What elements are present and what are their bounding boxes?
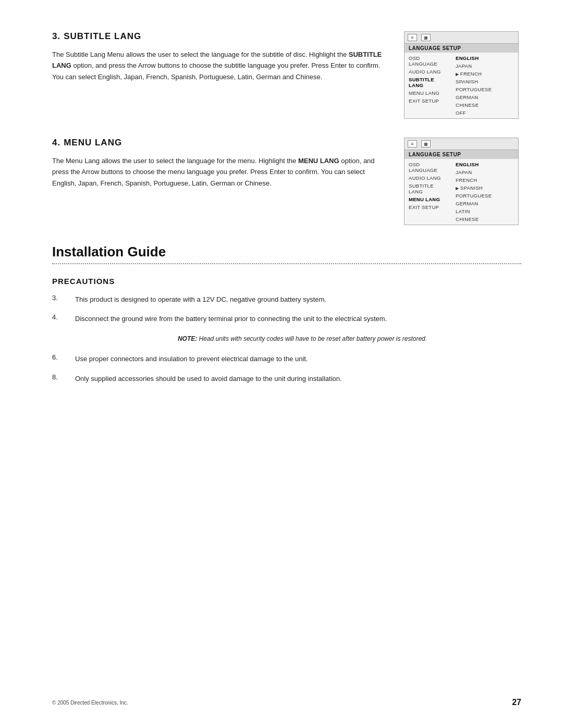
subtitle-lang-text-block: 3.SUBTITLE LANG The Subtitle Lang Menu a… [52,31,386,119]
menu-lang-text-block: 4.MENU LANG The Menu Lang allows the use… [52,138,386,225]
footer-page-number: 27 [512,698,521,707]
menu-right-item-6: CHINESE [451,101,518,109]
menu-lang-right-item-1: JAPAN [451,168,518,176]
footer: © 2005 Directed Electronics, Inc. 27 [52,698,521,707]
menu-lang-left-item-4: EXIT SETUP [405,203,451,211]
installation-guide-title: Installation Guide [52,244,521,260]
menu-right-item-4: PORTUGUESE [451,85,518,93]
menu-right-item-2: FRENCH [451,70,518,78]
menu-lang-left-item-1: AUDIO LANG [405,174,451,182]
menu-lang-right-item-4: PORTUGUESE [451,192,518,200]
menu-lang-body: The Menu Lang allows the user to select … [52,155,386,189]
menu-lang-menu-box: ≡ ▦ LANGUAGE SETUP OSD LANGUAGE AUDIO LA… [404,138,519,225]
precaution-item-4: 4. Disconnect the ground wire from the b… [52,313,521,324]
menu-lang-left-col: OSD LANGUAGE AUDIO LANG SUBTITLE LANG ME… [405,159,451,225]
menu-lang-icons-row: ≡ ▦ [405,138,518,150]
subtitle-lang-body: The Subtitle Lang Menu allows the user t… [52,49,386,82]
menu-lang-menu-image: ≡ ▦ LANGUAGE SETUP OSD LANGUAGE AUDIO LA… [401,138,521,225]
menu-lang-content: OSD LANGUAGE AUDIO LANG SUBTITLE LANG ME… [405,159,518,225]
menu-lang-icon-1: ≡ [408,140,417,147]
item-4-text: Disconnect the ground wire from the batt… [75,313,521,324]
subtitle-lang-section: 3.SUBTITLE LANG The Subtitle Lang Menu a… [52,31,521,119]
menu-lang-section: 4.MENU LANG The Menu Lang allows the use… [52,138,521,225]
menu-lang-header: LANGUAGE SETUP [405,150,518,159]
subtitle-lang-menu-image: ≡ ▦ LANGUAGE SETUP OSD LANGUAGE AUDIO LA… [401,31,521,119]
menu-lang-right-item-3: SPANISH [451,184,518,192]
precaution-item-3: 3. This product is designed to operate w… [52,294,521,305]
item-8-text: Only supplied accessories should be used… [75,373,521,384]
menu-icons-row: ≡ ▦ [405,32,518,44]
menu-left-item-3: MENU LANG [405,89,451,97]
menu-left-item-2: SUBTITLE LANG [405,76,451,89]
menu-lang-icon-2: ▦ [421,140,431,147]
menu-left-item-0: OSD LANGUAGE [405,54,451,68]
menu-right-item-5: GERMAN [451,93,518,101]
menu-lang-right-item-2: FRENCH [451,176,518,184]
menu-right-item-1: JAPAN [451,62,518,70]
menu-right-item-3: SPANISH [451,78,518,85]
menu-lang-right-item-7: CHINESE [451,215,518,223]
menu-right-col: ENGLISH JAPAN FRENCH SPANISH PORTUGUESE … [451,53,518,118]
menu-lang-right-item-6: LATIN [451,207,518,215]
menu-lang-left-item-2: SUBTITLE LANG [405,182,451,195]
menu-left-item-1: AUDIO LANG [405,68,451,76]
menu-lang-title: 4.MENU LANG [52,138,386,148]
menu-lang-right-item-0: ENGLISH [451,161,518,168]
dotted-divider [52,263,521,264]
menu-lang-number: 4. [52,138,60,147]
menu-left-col: OSD LANGUAGE AUDIO LANG SUBTITLE LANG ME… [405,53,451,118]
note-text: Head units with security codes will have… [197,335,427,342]
item-8-num: 8. [52,373,65,381]
item-3-text: This product is designed to operate with… [75,294,521,305]
precaution-item-6: 6. Use proper connectors and insulation … [52,353,521,364]
menu-lang-left-item-3: MENU LANG [405,195,451,203]
installation-guide-section: Installation Guide PRECAUTIONS 3. This p… [52,244,521,384]
menu-header: LANGUAGE SETUP [405,44,518,53]
menu-icon-2: ▦ [421,34,431,41]
menu-lang-right-col: ENGLISH JAPAN FRENCH SPANISH PORTUGUESE … [451,159,518,225]
precaution-item-8: 8. Only supplied accessories should be u… [52,373,521,384]
menu-content: OSD LANGUAGE AUDIO LANG SUBTITLE LANG ME… [405,53,518,118]
subtitle-lang-title: 3.SUBTITLE LANG [52,31,386,42]
item-6-num: 6. [52,353,65,361]
menu-icon-1: ≡ [408,34,417,41]
menu-lang-right-item-5: GERMAN [451,200,518,207]
precautions-title: PRECAUTIONS [52,277,521,286]
footer-copyright: © 2005 Directed Electronics, Inc. [52,700,128,706]
menu-left-item-4: EXIT SETUP [405,97,451,105]
subtitle-lang-menu-box: ≡ ▦ LANGUAGE SETUP OSD LANGUAGE AUDIO LA… [404,31,519,119]
note-label: NOTE: [178,335,197,342]
menu-right-item-0: ENGLISH [451,54,518,62]
item-6-text: Use proper connectors and insulation to … [75,353,521,364]
subtitle-lang-number: 3. [52,31,60,41]
menu-lang-left-item-0: OSD LANGUAGE [405,161,451,174]
item-3-num: 3. [52,294,65,302]
item-4-num: 4. [52,313,65,321]
menu-right-item-7: OFF [451,109,518,117]
note-box: NOTE: Head units with security codes wil… [83,334,521,344]
